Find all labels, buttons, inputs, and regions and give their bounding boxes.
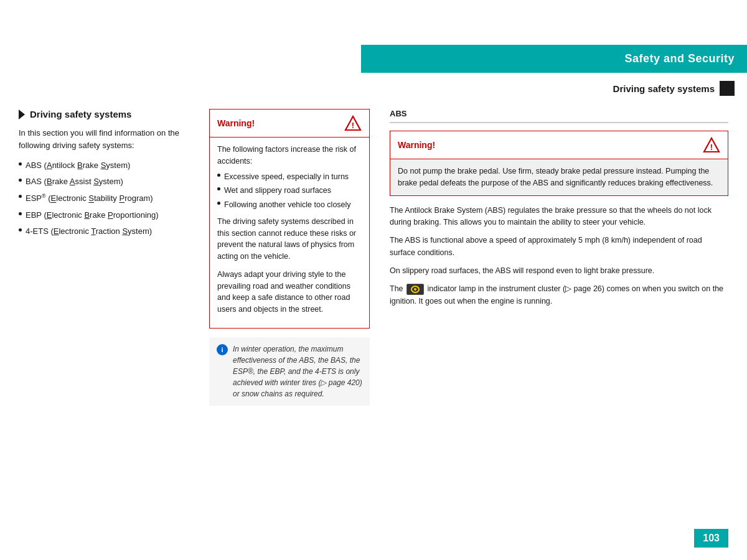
abs-indicator-icon [406,284,424,295]
list-item-text: ESP® (Electronic Stability Program) [26,192,153,205]
abs-section-title: ABS [390,109,728,118]
subheader-bar: Driving safety systems [361,81,747,100]
abs-indicator-inner [411,286,420,293]
warning-body-text: Do not pump the brake pedal. Use firm, s… [398,166,720,189]
warning-body: The following factors increase the risk … [210,138,369,328]
warn-bullet-list: Excessive speed, especially in turns Wet… [217,171,362,211]
warn-list-item: Excessive speed, especially in turns [217,171,362,183]
svg-text:!: ! [710,142,713,152]
bullet-dot [19,162,22,166]
warning-box-right: Warning! ! Do not pump the brake pedal. … [390,131,728,196]
subheader-black-block [720,81,735,96]
abs-text1: The Antilock Brake System (ABS) regulate… [390,205,728,229]
info-text: In winter operation, the maximum effecti… [233,343,362,399]
list-item-text: EBP (Electronic Brake Proportioning) [26,210,159,221]
abs-text3: On slippery road surfaces, the ABS will … [390,265,728,277]
list-item-text: 4-ETS (Electronic Traction System) [26,226,152,237]
middle-column: Warning! ! The following factors increas… [199,109,380,529]
right-column: ABS Warning! ! Do not pump the brake ped… [380,109,728,529]
bullet-list: ABS (Antilock Brake System) BAS (Brake A… [19,160,187,237]
header-bar: Safety and Security [361,45,747,73]
warning-header-right: Warning! ! [390,131,728,159]
warning-box-middle: Warning! ! The following factors increas… [209,109,370,329]
bullet-dot [217,202,220,205]
list-item-text: ABS (Antilock Brake System) [26,160,130,171]
abs-text4-after: indicator lamp in the instrument cluster… [390,284,723,305]
warning-triangle-icon: ! [344,114,362,132]
warning-text1: The driving safety systems described in … [217,216,362,263]
warning-triangle-icon-right: ! [703,136,720,154]
abs-indicator-dot [414,288,416,291]
bullet-dot [217,174,220,177]
warning-text2: Always adapt your driving style to the p… [217,269,362,315]
list-item-text: BAS (Brake Assist System) [26,176,123,187]
warn-item-text: Excessive speed, especially in turns [224,171,349,183]
subheader-title: Driving safety systems [613,83,715,94]
content-wrapper: Driving safety systems In this section y… [0,109,747,529]
list-item: BAS (Brake Assist System) [19,176,187,187]
list-item: ABS (Antilock Brake System) [19,160,187,171]
warning-label: Warning! [217,118,255,128]
page-number: 103 [694,529,728,548]
warn-item-text: Following another vehicle too closely [224,199,351,211]
section-heading: Driving safety systems [19,109,187,119]
bullet-dot [19,195,22,198]
info-icon: i [217,344,228,355]
bullet-dot [19,228,22,231]
warn-list-item: Following another vehicle too closely [217,199,362,211]
section-heading-text: Driving safety systems [30,109,131,119]
abs-text4: The indicator lamp in the instrument clu… [390,283,728,307]
intro-text: In this section you will find informatio… [19,127,187,151]
abs-divider [390,122,728,123]
svg-text:!: ! [352,121,354,130]
warning-header: Warning! ! [210,110,369,138]
list-item: ESP® (Electronic Stability Program) [19,192,187,205]
bullet-dot [19,179,22,182]
bullet-dot [217,187,220,190]
left-column: Driving safety systems In this section y… [19,109,199,529]
list-item: EBP (Electronic Brake Proportioning) [19,210,187,221]
list-item: 4-ETS (Electronic Traction System) [19,226,187,237]
warning-intro: The following factors increase the risk … [217,144,362,167]
header-title: Safety and Security [624,52,735,65]
abs-text4-before: The [390,284,403,293]
warn-item-text: Wet and slippery road surfaces [224,185,331,197]
triangle-icon [19,110,25,119]
abs-text2: The ABS is functional above a speed of a… [390,235,728,259]
bullet-dot [19,212,22,215]
info-box: i In winter operation, the maximum effec… [209,337,370,406]
warn-list-item: Wet and slippery road surfaces [217,185,362,197]
warning-label-right: Warning! [398,140,435,150]
warning-body-right: Do not pump the brake pedal. Use firm, s… [390,159,728,195]
